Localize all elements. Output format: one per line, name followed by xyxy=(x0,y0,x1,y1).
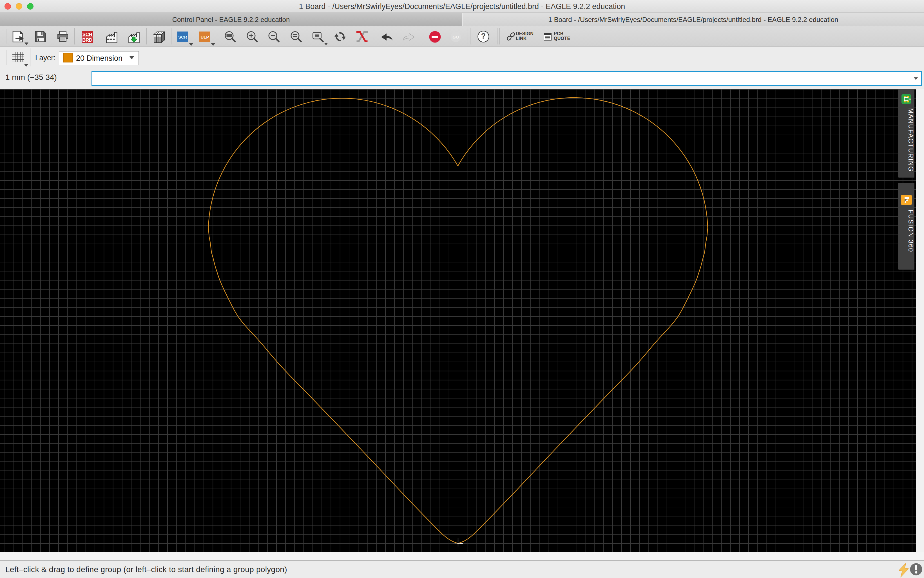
svg-text:SCR: SCR xyxy=(178,35,187,39)
svg-text:U1: U1 xyxy=(909,98,911,100)
svg-text:ULP: ULP xyxy=(201,35,209,39)
svg-text:?: ? xyxy=(481,32,486,40)
svg-text:GO: GO xyxy=(452,35,459,39)
svg-text:SCH: SCH xyxy=(83,32,92,37)
svg-text:BRD: BRD xyxy=(82,37,92,43)
